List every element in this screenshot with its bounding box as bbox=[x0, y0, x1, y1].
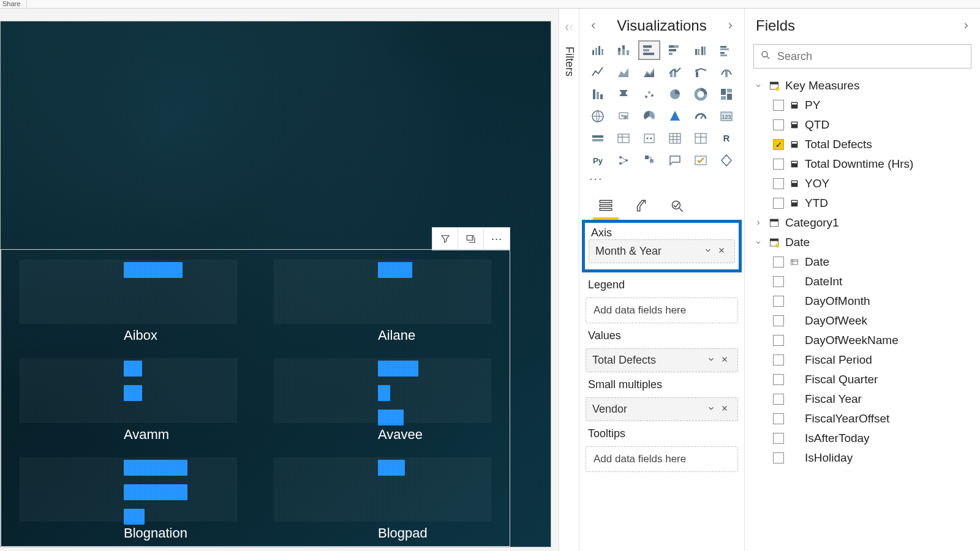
viz-type-icon[interactable]: R bbox=[715, 129, 737, 148]
chevron-down-icon[interactable] bbox=[753, 239, 763, 246]
values-field-pill[interactable]: Total Defects bbox=[586, 348, 738, 372]
field-row[interactable]: IsAfterToday bbox=[752, 429, 975, 448]
remove-field-icon[interactable] bbox=[718, 403, 731, 416]
field-checkbox[interactable] bbox=[773, 335, 784, 346]
field-row[interactable]: PY bbox=[752, 96, 975, 115]
legend-well-slot[interactable]: Add data fields here bbox=[586, 298, 738, 323]
field-row[interactable]: QTD bbox=[752, 115, 975, 135]
viz-type-icon[interactable]: Py bbox=[587, 151, 609, 170]
viz-type-icon[interactable] bbox=[664, 84, 686, 104]
viz-type-icon[interactable] bbox=[587, 107, 609, 126]
field-row[interactable]: Fiscal Year bbox=[752, 389, 975, 409]
small-multiple-cell[interactable]: Avavee bbox=[255, 348, 510, 447]
chevron-right-icon[interactable] bbox=[753, 219, 763, 227]
viz-type-icon[interactable] bbox=[612, 40, 635, 60]
viz-type-icon[interactable] bbox=[587, 129, 609, 148]
format-tab[interactable] bbox=[631, 197, 652, 215]
viz-type-icon[interactable] bbox=[612, 62, 635, 82]
small-multiple-cell[interactable]: Aibox bbox=[1, 250, 255, 348]
field-checkbox[interactable] bbox=[773, 413, 784, 424]
viz-type-icon[interactable] bbox=[638, 40, 660, 60]
field-row[interactable]: FiscalYearOffset bbox=[752, 409, 975, 429]
viz-type-icon[interactable] bbox=[587, 84, 609, 104]
field-checkbox[interactable] bbox=[773, 374, 784, 385]
visual-focus-icon[interactable] bbox=[458, 228, 484, 250]
viz-type-icon[interactable] bbox=[690, 84, 712, 104]
viz-type-icon[interactable] bbox=[587, 62, 609, 82]
viz-type-icon[interactable] bbox=[638, 151, 660, 170]
viz-collapse-left-icon[interactable] bbox=[587, 19, 600, 32]
field-row[interactable]: DayOfMonth bbox=[752, 291, 975, 311]
viz-type-icon[interactable] bbox=[715, 40, 737, 60]
chevron-down-icon[interactable] bbox=[704, 403, 718, 416]
field-checkbox[interactable] bbox=[773, 276, 784, 287]
viz-type-icon[interactable] bbox=[612, 129, 635, 148]
field-checkbox[interactable] bbox=[773, 354, 784, 365]
field-checkbox[interactable] bbox=[773, 452, 784, 463]
analytics-tab[interactable] bbox=[666, 197, 687, 215]
axis-field-pill[interactable]: Month & Year bbox=[589, 239, 735, 263]
fields-search-input[interactable] bbox=[777, 50, 965, 63]
viz-type-icon[interactable] bbox=[664, 62, 686, 82]
viz-type-icon[interactable] bbox=[612, 151, 635, 170]
field-checkbox[interactable] bbox=[773, 198, 784, 209]
field-checkbox[interactable] bbox=[773, 257, 784, 268]
viz-type-icon[interactable] bbox=[715, 62, 737, 82]
selected-visual[interactable]: AiboxAilaneAvammAvaveeBlognationBlogpad bbox=[1, 249, 510, 547]
field-row[interactable]: DayOfWeek bbox=[752, 311, 975, 331]
viz-type-icon[interactable] bbox=[638, 62, 660, 82]
field-row[interactable]: Fiscal Quarter bbox=[752, 370, 975, 389]
viz-type-icon[interactable] bbox=[664, 151, 686, 170]
small-multiple-cell[interactable]: Ailane bbox=[255, 250, 510, 348]
filters-pane-collapsed[interactable]: Filters bbox=[559, 9, 579, 551]
small-multiples-field-pill[interactable]: Vendor bbox=[586, 397, 738, 421]
field-row[interactable]: IsHoliday bbox=[752, 448, 975, 468]
viz-type-icon[interactable] bbox=[638, 129, 660, 148]
field-checkbox[interactable] bbox=[773, 100, 784, 111]
viz-type-icon[interactable] bbox=[638, 84, 660, 104]
remove-field-icon[interactable] bbox=[718, 354, 731, 367]
viz-type-icon[interactable] bbox=[664, 129, 686, 148]
viz-type-icon[interactable] bbox=[715, 151, 737, 170]
field-checkbox[interactable] bbox=[773, 394, 784, 405]
field-row[interactable]: Total Downtime (Hrs) bbox=[752, 154, 975, 174]
chevron-down-icon[interactable] bbox=[701, 245, 715, 258]
viz-type-icon[interactable] bbox=[664, 40, 686, 60]
small-multiple-cell[interactable]: Blogpad bbox=[255, 448, 510, 546]
visual-filter-icon[interactable] bbox=[432, 228, 458, 250]
table-row[interactable]: Key Measures bbox=[752, 76, 975, 96]
fields-tab[interactable] bbox=[595, 197, 616, 215]
fields-search[interactable] bbox=[753, 44, 971, 69]
chevron-down-icon[interactable] bbox=[753, 82, 763, 89]
viz-type-icon[interactable] bbox=[715, 84, 737, 104]
viz-type-icon[interactable] bbox=[690, 107, 712, 126]
tooltips-well-slot[interactable]: Add data fields here bbox=[586, 446, 738, 472]
field-checkbox[interactable] bbox=[773, 296, 784, 307]
viz-type-icon[interactable] bbox=[690, 40, 712, 60]
field-checkbox[interactable] bbox=[773, 178, 784, 189]
small-multiple-cell[interactable]: Blognation bbox=[1, 448, 255, 546]
field-checkbox[interactable] bbox=[773, 315, 784, 326]
viz-type-icon[interactable] bbox=[638, 107, 660, 126]
field-checkbox[interactable] bbox=[773, 433, 784, 444]
field-row[interactable]: YTD bbox=[752, 193, 975, 213]
viz-type-icon[interactable] bbox=[664, 107, 686, 126]
field-checkbox[interactable] bbox=[773, 139, 784, 150]
field-row[interactable]: DayOfWeekName bbox=[752, 331, 975, 350]
table-row[interactable]: Date bbox=[752, 233, 975, 252]
field-row[interactable]: Fiscal Period bbox=[752, 350, 975, 370]
report-canvas[interactable]: ··· AiboxAilaneAvammAvaveeBlognationBlog… bbox=[0, 9, 559, 551]
viz-type-icon[interactable] bbox=[690, 129, 712, 148]
report-page[interactable]: ··· AiboxAilaneAvammAvaveeBlognationBlog… bbox=[0, 21, 551, 547]
small-multiple-cell[interactable]: Avamm bbox=[1, 348, 255, 447]
field-row[interactable]: YOY bbox=[752, 174, 975, 193]
field-checkbox[interactable] bbox=[773, 159, 784, 170]
viz-collapse-right-icon[interactable] bbox=[723, 19, 737, 32]
table-row[interactable]: Category1 bbox=[752, 213, 975, 233]
viz-type-icon[interactable] bbox=[612, 84, 635, 104]
viz-type-icon[interactable] bbox=[612, 107, 635, 126]
chevron-down-icon[interactable] bbox=[704, 354, 718, 367]
field-row[interactable]: DateInt bbox=[752, 272, 975, 291]
viz-type-icon[interactable] bbox=[587, 40, 609, 60]
viz-type-icon[interactable]: 123 bbox=[715, 107, 737, 126]
